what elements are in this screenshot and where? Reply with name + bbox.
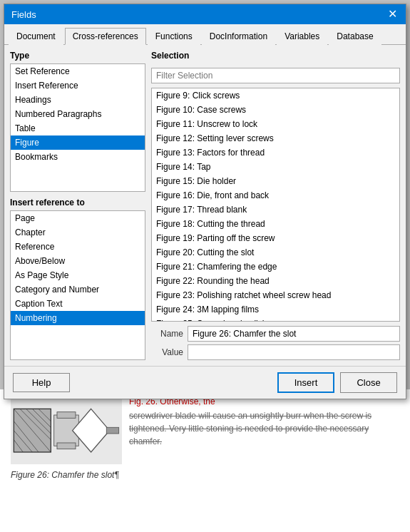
- list-item[interactable]: Figure 22: Rounding the head: [152, 274, 399, 288]
- list-item[interactable]: Figure 16: Die, front and back: [152, 188, 399, 203]
- dialog-body: Type Set Reference Insert Reference Head…: [4, 45, 406, 366]
- dialog-close-button[interactable]: ✕: [386, 9, 399, 20]
- type-item-table[interactable]: Table: [11, 121, 145, 135]
- value-row: Value: [151, 344, 400, 360]
- list-item[interactable]: Figure 14: Tap: [152, 160, 399, 174]
- left-panel: Type Set Reference Insert Reference Head…: [10, 51, 145, 360]
- type-list[interactable]: Set Reference Insert Reference Headings …: [10, 63, 145, 192]
- name-row: Name: [151, 326, 400, 342]
- insert-ref-item-reference[interactable]: Reference: [11, 240, 145, 254]
- list-item[interactable]: Figure 12: Setting lever screws: [152, 131, 399, 145]
- tab-database[interactable]: Database: [329, 28, 381, 45]
- insert-ref-label: Insert reference to: [10, 198, 145, 208]
- type-item-insert-reference[interactable]: Insert Reference: [11, 78, 145, 93]
- doc-illustration: [11, 397, 122, 466]
- list-item[interactable]: Figure 13: Factors for thread: [152, 145, 399, 160]
- dialog-titlebar: Fields ✕: [4, 4, 406, 24]
- insert-ref-item-numbering[interactable]: Numbering: [11, 311, 145, 325]
- insert-ref-item-category-and-number[interactable]: Category and Number: [11, 282, 145, 297]
- list-item[interactable]: Figure 18: Cutting the thread: [152, 217, 399, 231]
- list-item[interactable]: Figure 21: Chamfering the edge: [152, 260, 399, 274]
- svg-rect-12: [57, 412, 76, 419]
- insert-ref-item-above-below[interactable]: Above/Below: [11, 254, 145, 268]
- footer-right: Insert Close: [277, 372, 397, 393]
- list-item[interactable]: Figure 25: Screw head polisher: [152, 317, 399, 322]
- value-label: Value: [151, 347, 183, 357]
- svg-rect-15: [106, 427, 118, 434]
- document-background: Fig. 26. Otherwise, the screwdriver blad…: [0, 389, 410, 532]
- doc-body-text: screwdriver blade will cause an unsightl…: [129, 409, 399, 448]
- type-item-figure[interactable]: Figure: [11, 135, 145, 150]
- type-section: Type Set Reference Insert Reference Head…: [10, 51, 145, 192]
- type-item-set-reference[interactable]: Set Reference: [11, 64, 145, 78]
- insert-ref-item-page[interactable]: Page: [11, 211, 145, 225]
- dialog-title: Fields: [11, 9, 36, 20]
- selection-list[interactable]: Figure 9: Click screws Figure 10: Case s…: [151, 88, 400, 322]
- close-dialog-button[interactable]: Close: [340, 372, 397, 393]
- tab-cross-references[interactable]: Cross-references: [65, 28, 146, 45]
- dialog-footer: Help Insert Close: [4, 366, 406, 399]
- insert-button[interactable]: Insert: [277, 372, 334, 393]
- insert-ref-item-caption-text[interactable]: Caption Text: [11, 297, 145, 311]
- list-item[interactable]: Figure 23: Polishing ratchet wheel screw…: [152, 288, 399, 302]
- insert-ref-list[interactable]: Page Chapter Reference Above/Below As Pa…: [10, 210, 145, 360]
- list-item[interactable]: Figure 15: Die holder: [152, 174, 399, 188]
- help-button[interactable]: Help: [13, 373, 70, 392]
- type-label: Type: [10, 51, 145, 61]
- tab-functions[interactable]: Functions: [148, 28, 200, 45]
- tab-docinformation[interactable]: DocInformation: [202, 28, 275, 45]
- fields-dialog: Fields ✕ Document Cross-references Funct…: [4, 4, 406, 399]
- selection-label: Selection: [151, 51, 400, 61]
- type-item-numbered-paragraphs[interactable]: Numbered Paragraphs: [11, 107, 145, 121]
- list-item[interactable]: Figure 17: Thread blank: [152, 203, 399, 217]
- list-item[interactable]: Figure 11: Unscrew to lock: [152, 117, 399, 131]
- value-input[interactable]: [188, 344, 400, 360]
- tab-bar: Document Cross-references Functions DocI…: [4, 24, 406, 45]
- footer-left: Help: [13, 373, 70, 392]
- name-value-area: Name Value: [151, 326, 400, 360]
- doc-image-area: Fig. 26. Otherwise, the screwdriver blad…: [11, 397, 399, 466]
- tab-document[interactable]: Document: [9, 28, 63, 45]
- right-panel: Selection Figure 9: Click screws Figure …: [151, 51, 400, 360]
- list-item[interactable]: Figure 9: Click screws: [152, 88, 399, 103]
- insert-ref-section: Insert reference to Page Chapter Referen…: [10, 198, 145, 360]
- insert-ref-item-chapter[interactable]: Chapter: [11, 225, 145, 240]
- name-input[interactable]: [188, 326, 400, 342]
- type-item-headings[interactable]: Headings: [11, 93, 145, 107]
- insert-ref-item-as-page-style[interactable]: As Page Style: [11, 268, 145, 282]
- list-item[interactable]: Figure 19: Parting off the screw: [152, 231, 399, 245]
- list-item[interactable]: Figure 20: Cutting the slot: [152, 245, 399, 260]
- list-item[interactable]: Figure 10: Case screws: [152, 103, 399, 117]
- doc-text-area: Fig. 26. Otherwise, the screwdriver blad…: [129, 397, 399, 448]
- filter-input[interactable]: [151, 68, 400, 83]
- name-label: Name: [151, 329, 183, 339]
- list-item[interactable]: Figure 24: 3M lapping films: [152, 302, 399, 317]
- tab-variables[interactable]: Variables: [277, 28, 327, 45]
- type-item-bookmarks[interactable]: Bookmarks: [11, 150, 145, 164]
- svg-rect-13: [57, 443, 76, 449]
- doc-figure-caption: Figure 26: Chamfer the slot¶: [11, 470, 399, 480]
